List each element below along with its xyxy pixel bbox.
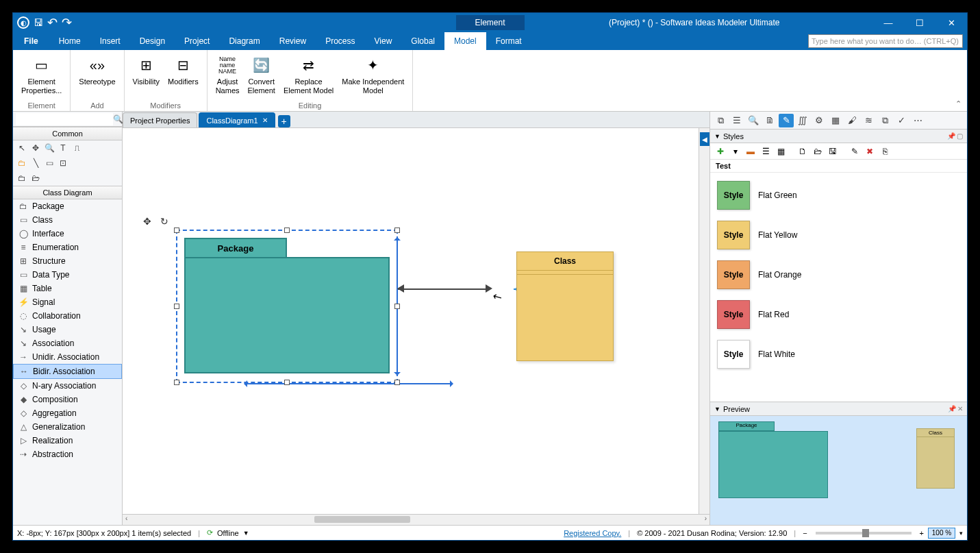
rp-tree-icon[interactable]: ⧉	[713, 114, 728, 127]
style-item[interactable]: StyleFlat Red	[713, 295, 964, 334]
menu-design[interactable]: Design	[130, 32, 175, 50]
toolbox-item-generalization[interactable]: △Generalization	[13, 420, 122, 434]
move-handle-icon[interactable]: ✥	[143, 216, 151, 227]
save-icon[interactable]: 🖫	[34, 17, 43, 28]
rotate-handle-icon[interactable]: ↻	[160, 216, 168, 227]
toolbox-item-n-ary-association[interactable]: ◇N-ary Association	[13, 379, 122, 393]
rp-search-icon[interactable]: 🔍	[746, 114, 761, 127]
toolbox-item-class[interactable]: ▭Class	[13, 213, 122, 227]
collapse-right-icon[interactable]: ◀	[700, 132, 709, 146]
menu-review[interactable]: Review	[270, 32, 316, 50]
save-style-icon[interactable]: 🖫	[827, 145, 839, 158]
toolbox-item-collaboration[interactable]: ◌Collaboration	[13, 309, 122, 323]
menu-format[interactable]: Format	[486, 32, 531, 50]
toolbox-item-aggregation[interactable]: ◇Aggregation	[13, 406, 122, 420]
context-tab-element[interactable]: Element	[455, 15, 524, 30]
replace-element-button[interactable]: ⇄ Replace Element Model	[281, 53, 336, 97]
resize-handle[interactable]	[174, 304, 179, 309]
toolbox-item-interface[interactable]: ◯Interface	[13, 227, 122, 241]
package2-tool-icon[interactable]: 🗁	[29, 172, 42, 184]
rp-grid-icon[interactable]: ▦	[828, 114, 843, 127]
chevron-down-icon[interactable]: ▼	[714, 133, 720, 140]
edit-style-icon[interactable]: ✎	[849, 145, 861, 158]
status-offline[interactable]: Offline	[217, 529, 239, 537]
tab-classdiagram1[interactable]: ClassDiagram1 ✕	[199, 112, 275, 127]
toolbox-item-signal[interactable]: ⚡Signal	[13, 295, 122, 309]
style-minus-icon[interactable]: ▬	[744, 145, 757, 158]
anchor-tool-icon[interactable]: ⎍	[71, 142, 83, 154]
apply-style-icon[interactable]: ⎘	[879, 145, 891, 158]
zoom-in-icon[interactable]: +	[920, 529, 924, 537]
rp-styles-icon[interactable]: ✎	[779, 114, 794, 127]
close-button[interactable]: ✕	[935, 13, 967, 32]
horizontal-scrollbar[interactable]: ‹ ›	[123, 514, 709, 525]
toolbox-item-usage[interactable]: ↘Usage	[13, 323, 122, 336]
toolbox-item-bidir-association[interactable]: ↔Bidir. Association	[13, 364, 122, 379]
toolbox-item-unidir-association[interactable]: →Unidir. Association	[13, 350, 122, 364]
package-tool-icon[interactable]: 🗀	[16, 172, 28, 184]
style-dropdown-icon[interactable]: ▾	[729, 145, 742, 158]
rp-more-icon[interactable]: ⋯	[910, 114, 925, 127]
redo-icon[interactable]: ↷	[62, 15, 72, 30]
resize-handle[interactable]	[174, 228, 179, 233]
menu-global[interactable]: Global	[401, 32, 444, 50]
menu-insert[interactable]: Insert	[90, 32, 130, 50]
class-element[interactable]: Class	[516, 251, 614, 361]
style-item[interactable]: StyleFlat Yellow	[713, 215, 964, 255]
package-element[interactable]: Package	[184, 238, 390, 375]
folder-tool-icon[interactable]: 🗀	[16, 157, 28, 169]
toolbox-item-data-type[interactable]: ▭Data Type	[13, 268, 122, 282]
style-list-icon[interactable]: ☰	[759, 145, 772, 158]
style-item[interactable]: StyleFlat Orange	[713, 255, 964, 295]
toolbox-item-composition[interactable]: ◆Composition	[13, 393, 122, 406]
toolbox-item-table[interactable]: ▦Table	[13, 282, 122, 295]
undo-icon[interactable]: ↶	[47, 15, 58, 30]
chevron-down-icon[interactable]: ▼	[714, 406, 720, 413]
stereotype-button[interactable]: «» Stereotype	[76, 53, 118, 88]
toolbox-item-realization[interactable]: ▷Realization	[13, 434, 122, 447]
rp-check-icon[interactable]: ✓	[894, 114, 909, 127]
zoom-tool-icon[interactable]: 🔍	[43, 142, 55, 154]
search-icon[interactable]: 🔍	[113, 114, 123, 124]
visibility-button[interactable]: ⊞ Visibility	[130, 53, 163, 88]
vertical-scrollbar[interactable]	[699, 128, 709, 514]
minimize-button[interactable]: —	[872, 13, 904, 32]
preview-canvas[interactable]: Package Class	[710, 416, 967, 525]
toolbox-item-enumeration[interactable]: ≡Enumeration	[13, 241, 122, 254]
menu-file[interactable]: File	[13, 32, 49, 50]
menu-home[interactable]: Home	[49, 32, 90, 50]
rp-doc-icon[interactable]: 🗎	[762, 114, 777, 127]
rp-gear-icon[interactable]: ⚙	[812, 114, 827, 127]
element-properties-button[interactable]: ▭ Element Properties...	[18, 53, 64, 97]
convert-element-button[interactable]: 🔄 Convert Element	[245, 53, 278, 97]
menu-view[interactable]: View	[365, 32, 402, 50]
toolbox-classdiagram-header[interactable]: Class Diagram	[13, 186, 122, 199]
resize-handle[interactable]	[284, 228, 290, 233]
resize-handle[interactable]	[174, 380, 179, 385]
delete-style-icon[interactable]: ✖	[864, 145, 876, 158]
zoom-input[interactable]	[928, 528, 955, 539]
style-grid-icon[interactable]: ▦	[775, 145, 787, 158]
menu-model[interactable]: Model	[444, 32, 486, 50]
make-independent-button[interactable]: ✦ Make Independent Model	[339, 53, 407, 97]
add-style-icon[interactable]: ✚	[714, 145, 727, 158]
rp-hierarchy-icon[interactable]: ☰	[729, 114, 744, 127]
new-file-icon[interactable]: 🗋	[796, 145, 809, 158]
modifiers-button[interactable]: ⊟ Modifiers	[165, 53, 201, 88]
style-item[interactable]: StyleFlat White	[713, 334, 964, 374]
pin-icon[interactable]: 📌	[948, 405, 956, 413]
adjust-names-button[interactable]: NamenameNAME Adjust Names	[213, 53, 242, 97]
panel-close-icon[interactable]: ✕	[957, 405, 963, 413]
style-item[interactable]: StyleFlat Green	[713, 175, 964, 215]
help-search[interactable]: Type here what you want to do… (CTRL+Q)	[808, 34, 963, 48]
maximize-button[interactable]: ☐	[904, 13, 935, 32]
tab-project-properties[interactable]: Project Properties	[123, 112, 197, 127]
move-tool-icon[interactable]: ✥	[29, 142, 42, 154]
rp-pens-icon[interactable]: ∭	[795, 114, 810, 127]
zoom-dropdown-icon[interactable]: ▾	[959, 530, 963, 537]
rp-brush-icon[interactable]: 🖌	[844, 114, 859, 127]
menu-process[interactable]: Process	[316, 32, 364, 50]
note-tool-icon[interactable]: ▭	[43, 157, 55, 169]
toolbox-item-package[interactable]: 🗀Package	[13, 199, 122, 213]
toolbox-search[interactable]	[16, 113, 113, 125]
